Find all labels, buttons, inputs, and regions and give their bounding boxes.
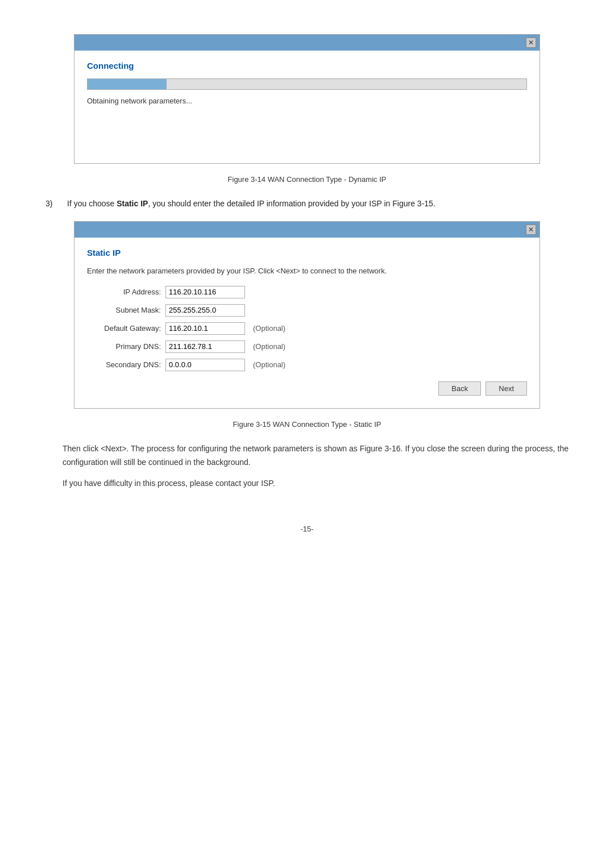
para-bold: Static IP	[117, 199, 148, 208]
default-gateway-row: Default Gateway: (Optional)	[87, 322, 527, 335]
secondary-dns-label: Secondary DNS:	[87, 360, 161, 369]
back-button[interactable]: Back	[438, 381, 481, 396]
secondary-dns-optional: (Optional)	[253, 360, 285, 369]
default-gateway-optional: (Optional)	[253, 324, 285, 333]
connecting-dialog: ✕ Connecting Obtaining network parameter…	[74, 34, 540, 164]
subnet-mask-input[interactable]	[165, 304, 245, 317]
static-ip-dialog: ✕ Static IP Enter the network parameters…	[74, 221, 540, 409]
close-button[interactable]: ✕	[526, 38, 536, 48]
figure15-caption: Figure 3-15 WAN Connection Type - Static…	[45, 420, 569, 429]
para-text-after: , you should enter the detailed IP infor…	[148, 199, 435, 208]
form-intro: Enter the network parameters provided by…	[87, 265, 527, 277]
body-paragraph-1: Then click <Next>. The process for confi…	[45, 442, 569, 470]
paragraph-3: 3) If you choose Static IP, you should e…	[45, 197, 569, 210]
figure14-caption: Figure 3-14 WAN Connection Type - Dynami…	[45, 175, 569, 184]
progress-bar-fill	[88, 79, 167, 89]
primary-dns-label: Primary DNS:	[87, 342, 161, 351]
dialog-buttons: Back Next	[87, 381, 527, 396]
body-paragraph-2: If you have difficulty in this process, …	[45, 477, 569, 491]
secondary-dns-row: Secondary DNS: (Optional)	[87, 359, 527, 371]
primary-dns-input[interactable]	[165, 340, 245, 353]
para-number: 3)	[45, 197, 61, 210]
ip-address-label: IP Address:	[87, 288, 161, 296]
static-ip-dialog-body: Static IP Enter the network parameters p…	[74, 238, 540, 408]
close-button-2[interactable]: ✕	[526, 225, 536, 235]
page-number: -15-	[45, 525, 569, 533]
ip-address-row: IP Address:	[87, 286, 527, 298]
status-text: Obtaining network parameters...	[87, 97, 527, 105]
static-ip-title: Static IP	[87, 248, 527, 258]
dialog-body: Connecting Obtaining network parameters.…	[74, 51, 540, 163]
section-title: Connecting	[87, 61, 527, 70]
progress-bar-track	[87, 78, 527, 90]
para-text-before: If you choose	[67, 199, 117, 208]
para-content: If you choose Static IP, you should ente…	[67, 197, 569, 210]
default-gateway-label: Default Gateway:	[87, 324, 161, 333]
primary-dns-row: Primary DNS: (Optional)	[87, 340, 527, 353]
subnet-mask-row: Subnet Mask:	[87, 304, 527, 317]
dialog-titlebar-2: ✕	[74, 222, 540, 238]
dialog-titlebar: ✕	[74, 35, 540, 51]
secondary-dns-input[interactable]	[165, 359, 245, 371]
next-button[interactable]: Next	[486, 381, 527, 396]
subnet-mask-label: Subnet Mask:	[87, 306, 161, 314]
default-gateway-input[interactable]	[165, 322, 245, 335]
ip-address-input[interactable]	[165, 286, 245, 298]
primary-dns-optional: (Optional)	[253, 342, 285, 351]
